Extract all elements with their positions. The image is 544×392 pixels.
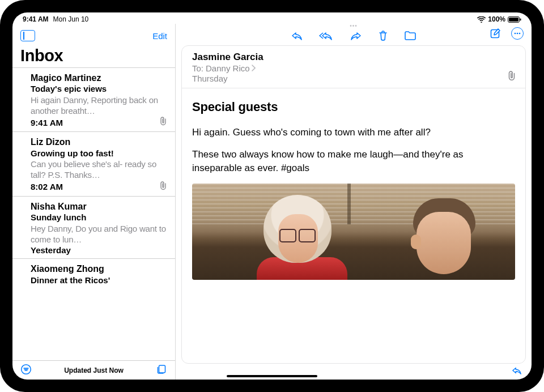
mail-time: Yesterday — [31, 245, 71, 255]
forward-icon[interactable] — [350, 31, 362, 41]
move-folder-icon[interactable] — [404, 31, 416, 41]
sidebar-footer: Updated Just Now — [12, 360, 175, 380]
status-date: Mon Jun 10 — [53, 15, 89, 23]
mail-sender: Liz Dizon — [31, 137, 167, 147]
status-time: 9:41 AM — [23, 15, 49, 23]
svg-rect-2 — [520, 18, 521, 20]
filter-icon[interactable] — [20, 364, 32, 377]
mail-preview: Can you believe she's al- ready so tall?… — [31, 159, 167, 181]
multiwindow-icon[interactable] — [156, 364, 167, 377]
compose-icon[interactable] — [490, 28, 501, 39]
wifi-icon — [477, 16, 486, 23]
trash-icon[interactable] — [378, 30, 388, 41]
mail-subject: Growing up too fast! — [31, 148, 167, 159]
message-paragraph: These two always know how to make me lau… — [192, 148, 515, 174]
message-header[interactable]: Jasmine Garcia To: Danny Rico Thursday — [182, 46, 525, 88]
message-subject: Special guests — [192, 100, 515, 114]
attachment-photo[interactable] — [192, 184, 515, 280]
mailbox-sidebar: Edit Inbox Magico Martinez Today's epic … — [12, 24, 176, 380]
message-pane: ••• — [176, 24, 532, 380]
to-label: To: — [192, 63, 203, 73]
home-indicator[interactable] — [227, 375, 317, 377]
battery-icon — [508, 16, 521, 23]
screen: 9:41 AM Mon Jun 10 100% Edit Inbo — [12, 12, 532, 380]
svg-point-7 — [517, 33, 518, 35]
ipad-frame: 9:41 AM Mon Jun 10 100% Edit Inbo — [0, 0, 544, 392]
svg-point-6 — [515, 33, 516, 35]
message-date: Thursday — [192, 74, 515, 83]
reply-icon[interactable] — [291, 31, 303, 41]
mail-preview: Hey Danny, Do you and Rigo want to come … — [31, 224, 167, 245]
mail-subject: Today's epic views — [31, 84, 167, 95]
message-toolbar — [176, 24, 532, 45]
battery-pct: 100% — [488, 15, 505, 23]
mailbox-title: Inbox — [12, 45, 175, 67]
svg-rect-4 — [159, 365, 165, 373]
mail-time: 9:41 AM — [31, 118, 63, 127]
reply-all-icon[interactable] — [319, 31, 334, 41]
mail-subject: Dinner at the Ricos' — [31, 275, 167, 286]
mail-sender: Magico Martinez — [31, 73, 167, 83]
mail-preview: Hi again Danny, Reporting back on anothe… — [31, 95, 167, 117]
chevron-right-icon — [251, 63, 256, 73]
more-icon[interactable] — [511, 27, 524, 40]
mail-subject: Sunday lunch — [31, 212, 167, 223]
mail-list-item[interactable]: Magico Martinez Today's epic views Hi ag… — [12, 67, 175, 131]
mail-list-item[interactable]: Liz Dizon Growing up too fast! Can you b… — [12, 131, 175, 195]
status-bar: 9:41 AM Mon Jun 10 100% — [12, 12, 532, 24]
message-from: Jasmine Garcia — [192, 52, 515, 63]
paperclip-icon — [507, 71, 516, 83]
mail-time: 8:02 AM — [31, 182, 63, 191]
mail-list-item[interactable]: Nisha Kumar Sunday lunch Hey Danny, Do y… — [12, 196, 175, 258]
message-paragraph: Hi again. Guess who's coming to town wit… — [192, 126, 515, 139]
paperclip-icon — [159, 181, 167, 193]
svg-point-8 — [519, 33, 521, 35]
edit-button[interactable]: Edit — [152, 31, 167, 41]
message-body[interactable]: Special guests Hi again. Guess who's com… — [182, 88, 525, 280]
mail-list[interactable]: Magico Martinez Today's epic views Hi ag… — [12, 67, 175, 360]
message-card: Jasmine Garcia To: Danny Rico Thursday — [181, 45, 526, 364]
sync-status: Updated Just Now — [64, 367, 124, 374]
message-to[interactable]: To: Danny Rico — [192, 63, 515, 73]
sidebar-toggle-icon[interactable] — [20, 30, 35, 41]
paperclip-icon — [159, 117, 167, 128]
mail-list-item[interactable]: Xiaomeng Zhong Dinner at the Ricos' — [12, 258, 175, 286]
reply-small-icon[interactable] — [511, 366, 522, 377]
mail-sender: Xiaomeng Zhong — [31, 263, 167, 274]
svg-rect-1 — [509, 18, 518, 22]
mail-sender: Nisha Kumar — [31, 201, 167, 212]
to-name: Danny Rico — [206, 63, 250, 73]
